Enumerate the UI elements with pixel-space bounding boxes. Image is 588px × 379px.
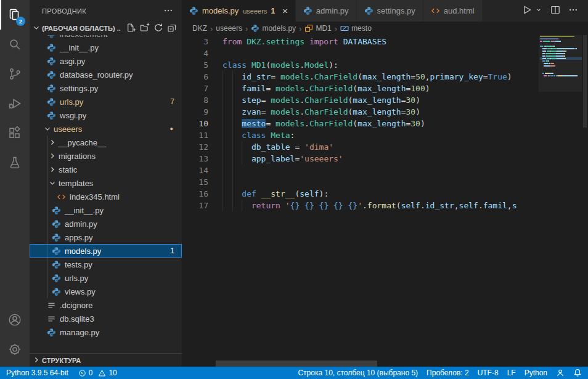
tree-item-label: asgi.py	[60, 57, 85, 66]
tree-file-__init__.py[interactable]: __init__.py	[30, 41, 182, 54]
more-actions-button[interactable]	[568, 5, 578, 17]
tree-file-apps.py[interactable]: apps.py	[30, 230, 182, 244]
tab-models.py[interactable]: models.pyuseeers1×	[182, 0, 296, 22]
python-icon	[47, 43, 56, 52]
code-line[interactable]: famil= models.CharField(max_length=100)	[223, 83, 430, 94]
code-line[interactable]: app_label='useeers'	[223, 153, 343, 165]
code-line[interactable]: mesto= models.CharField(max_length=30)	[223, 118, 425, 129]
run-button[interactable]	[522, 5, 532, 17]
status-python-version[interactable]: Python 3.9.5 64-bit	[6, 369, 68, 377]
tree-file-views.py[interactable]: views.py	[30, 285, 182, 298]
status-cursor-position[interactable]: Строка 10, столбец 10 (выбрано 5)	[298, 369, 418, 377]
status-encoding[interactable]: UTF-8	[478, 369, 499, 377]
tree-file-database_roouter.py[interactable]: database_roouter.py	[30, 68, 182, 81]
line-number: 12	[182, 141, 208, 153]
tree-folder-templates[interactable]: templates	[30, 176, 182, 190]
close-icon[interactable]: ×	[282, 6, 288, 15]
activity-testing[interactable]	[0, 148, 30, 177]
status-label: LF	[507, 369, 516, 377]
tab-aud.html[interactable]: aud.html	[423, 0, 483, 22]
tree-file-__init__.py[interactable]: __init__.py	[30, 203, 182, 217]
minimap-slider[interactable]	[539, 35, 582, 92]
line-number: 14	[182, 165, 208, 176]
error-icon	[78, 369, 86, 377]
chevron-right-icon	[48, 152, 57, 160]
new-folder-button[interactable]	[140, 23, 150, 34]
activity-settings[interactable]	[0, 335, 30, 364]
run-dropdown-button[interactable]	[535, 6, 542, 15]
code-line[interactable]: class Meta:	[223, 129, 295, 141]
tree-file-admin.py[interactable]: admin.py	[30, 217, 182, 230]
tree-item-label: useeers	[54, 124, 82, 134]
status-indentation[interactable]: Пробелов: 2	[427, 369, 469, 377]
tree-file-urls.py[interactable]: urls.py7	[30, 95, 182, 108]
code-line[interactable]: db_table = 'dima'	[223, 141, 333, 153]
horizontal-scrollbar[interactable]	[216, 361, 377, 367]
tree-file-indexelement[interactable]: indexelement	[30, 35, 182, 41]
tree-folder-useeers[interactable]: useeers●	[30, 122, 182, 136]
status-notifications[interactable]	[573, 369, 582, 377]
tree-folder-static[interactable]: static	[30, 163, 182, 176]
views-more-actions-button[interactable]	[163, 6, 173, 17]
tab-admin.py[interactable]: admin.py	[296, 0, 357, 22]
status-language-mode[interactable]: Python	[525, 369, 547, 377]
tree-item-label: tests.py	[65, 260, 92, 269]
ellipsis-icon	[163, 6, 173, 15]
breadcrumb-item-useeers[interactable]: useeers	[216, 24, 242, 33]
account-icon	[7, 312, 22, 327]
activity-account[interactable]	[0, 305, 30, 335]
new-file-button[interactable]	[126, 23, 136, 34]
split-editor-button[interactable]	[550, 5, 560, 17]
code-line[interactable]: def __str__(self):	[223, 188, 329, 200]
tree-file-.dcignore[interactable]: .dcignore	[30, 298, 182, 312]
symbol-class-icon	[304, 24, 313, 33]
activity-run-and-debug[interactable]	[0, 89, 30, 118]
outline-section-header[interactable]: СТРУКТУРА	[30, 353, 182, 367]
python-icon	[52, 206, 61, 215]
tree-file-models.py[interactable]: models.py1	[30, 244, 182, 258]
code-editor[interactable]: 3from DKZ.settings import DATABASES45cla…	[182, 35, 588, 367]
explorer-title: ПРОВОДНИК	[42, 7, 86, 15]
tree-file-urls.py[interactable]: urls.py	[30, 271, 182, 285]
code-line[interactable]: id_str= models.CharField(max_length=50,p…	[223, 71, 512, 83]
tab-label: models.py	[202, 6, 239, 15]
tree-file-manage.py[interactable]: manage.py	[30, 325, 182, 339]
search-icon	[7, 37, 22, 52]
breadcrumb-item-DKZ[interactable]: DKZ	[192, 24, 207, 33]
breadcrumb-item-MD1[interactable]: MD1	[304, 24, 331, 33]
breadcrumb-item-models.py[interactable]: models.py	[251, 24, 296, 33]
code-line[interactable]: from DKZ.settings import DATABASES	[223, 36, 386, 47]
status-eol[interactable]: LF	[507, 369, 516, 377]
tree-file-asgi.py[interactable]: asgi.py	[30, 54, 182, 68]
status-problems[interactable]: 010	[78, 369, 117, 377]
activity-source-control[interactable]	[0, 59, 30, 89]
tree-file-index345.html[interactable]: index345.html	[30, 190, 182, 203]
tree-file-wsgi.py[interactable]: wsgi.py	[30, 108, 182, 122]
error-count: 0	[89, 369, 93, 377]
tree-file-db.sqlite3[interactable]: db.sqlite3	[30, 312, 182, 325]
vertical-scrollbar[interactable]	[582, 35, 588, 361]
breadcrumb-item-mesto[interactable]: mesto	[340, 24, 372, 33]
tree-file-settings.py[interactable]: settings.py	[30, 81, 182, 95]
code-line[interactable]: step= models.CharField(max_length=30)	[223, 94, 420, 106]
activity-search[interactable]	[0, 30, 30, 59]
code-line[interactable]: return '{} {} {} {} {}'.format(self.id_s…	[223, 200, 517, 211]
activity-extensions[interactable]	[0, 118, 30, 148]
collapse-all-button[interactable]	[167, 23, 177, 34]
python-icon	[52, 287, 61, 296]
python-icon	[47, 70, 56, 79]
activity-explorer[interactable]: 2	[0, 0, 30, 30]
code-line[interactable]: zvan= models.CharField(max_length=30)	[223, 106, 420, 118]
tab-settings.py[interactable]: settings.py	[357, 0, 423, 22]
status-feedback[interactable]	[556, 369, 565, 377]
refresh-button[interactable]	[153, 23, 163, 34]
tree-file-tests.py[interactable]: tests.py	[30, 258, 182, 271]
tree-folder-__pycache__[interactable]: __pycache__	[30, 136, 182, 149]
python-icon	[52, 219, 61, 229]
tree-folder-migrations[interactable]: migrations	[30, 149, 182, 163]
code-line[interactable]: class MD1(models.Model):	[223, 59, 338, 71]
minimap[interactable]	[539, 35, 582, 361]
tree-item-label: __pycache__	[59, 138, 106, 147]
workspace-section-header[interactable]: (РАБОЧАЯ ОБЛАСТЬ) ...	[30, 22, 182, 35]
collapse-all-icon	[167, 23, 177, 33]
